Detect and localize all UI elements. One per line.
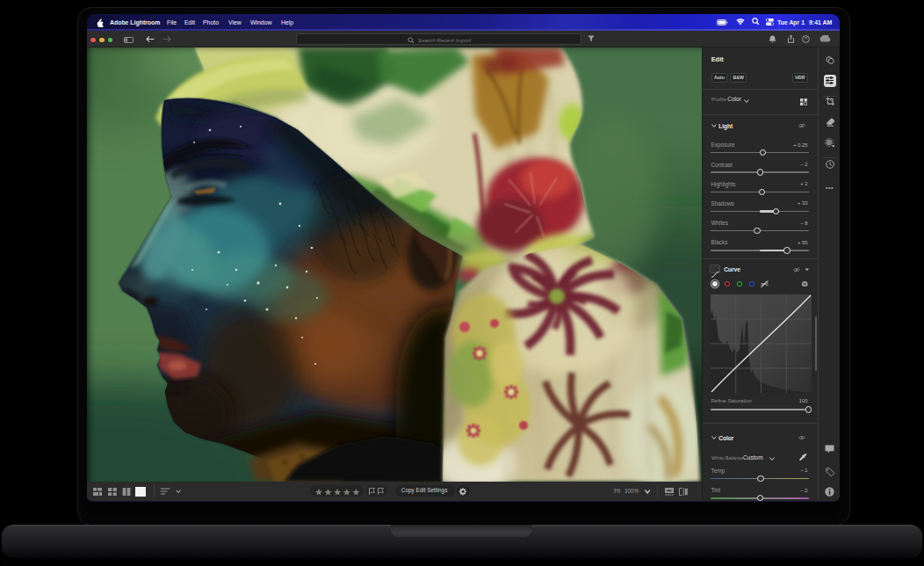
svg-text:?: ? — [805, 36, 807, 41]
